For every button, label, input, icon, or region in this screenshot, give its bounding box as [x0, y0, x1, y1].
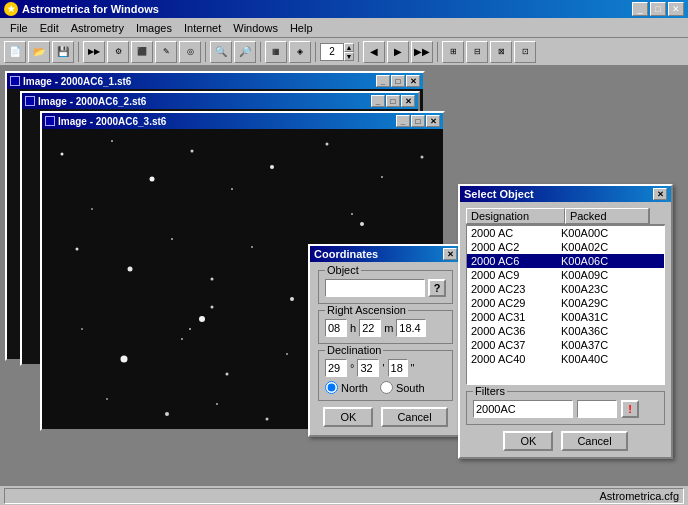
- list-item[interactable]: 2000 AC29K00A29C: [467, 296, 664, 310]
- menu-images[interactable]: Images: [130, 20, 178, 36]
- img-close-3[interactable]: ✕: [426, 115, 440, 127]
- list-item[interactable]: 2000 AC37K00A37C: [467, 338, 664, 352]
- north-radio[interactable]: [325, 381, 338, 394]
- south-label: South: [396, 382, 425, 394]
- list-header: Designation Packed: [466, 208, 665, 225]
- img-close-1[interactable]: ✕: [406, 75, 420, 87]
- south-radio-label[interactable]: South: [380, 381, 425, 394]
- select-btn-row: OK Cancel: [466, 431, 665, 451]
- img-title-1: Image - 2000AC6_1.st6: [23, 76, 131, 87]
- list-item[interactable]: 2000 ACK00A00C: [467, 226, 664, 240]
- img-close-2[interactable]: ✕: [401, 95, 415, 107]
- list-item[interactable]: 2000 AC6K00A06C: [467, 254, 664, 268]
- tb-btn5[interactable]: ✎: [155, 41, 177, 63]
- select-dialog-title: Select Object ✕: [460, 186, 671, 202]
- list-item[interactable]: 2000 AC2K00A02C: [467, 240, 664, 254]
- filter-input[interactable]: [473, 400, 573, 418]
- col-designation: Designation: [466, 208, 565, 224]
- menu-edit[interactable]: Edit: [34, 20, 65, 36]
- coords-ok-button[interactable]: OK: [323, 407, 373, 427]
- img-max-1[interactable]: □: [391, 75, 405, 87]
- tb-next[interactable]: ▶▶: [411, 41, 433, 63]
- svg-point-88: [189, 328, 191, 330]
- img-title-2: Image - 2000AC6_2.st6: [38, 96, 146, 107]
- ra-seconds-input[interactable]: [396, 319, 426, 337]
- tb-btn8[interactable]: ◈: [289, 41, 311, 63]
- tb-btn6[interactable]: ◎: [179, 41, 201, 63]
- col-packed: Packed: [565, 208, 649, 224]
- help-button[interactable]: ?: [428, 279, 446, 297]
- svg-point-60: [381, 176, 383, 178]
- img-title-bar-2[interactable]: Image - 2000AC6_2.st6 _ □ ✕: [22, 93, 418, 109]
- warning-button[interactable]: !: [621, 400, 639, 418]
- dec-minutes-input[interactable]: [357, 359, 379, 377]
- list-item[interactable]: 2000 AC40K00A40C: [467, 352, 664, 366]
- select-cancel-button[interactable]: Cancel: [561, 431, 627, 451]
- south-radio[interactable]: [380, 381, 393, 394]
- menu-internet[interactable]: Internet: [178, 20, 227, 36]
- tb-play[interactable]: ▶: [387, 41, 409, 63]
- spinner-down[interactable]: ▼: [344, 52, 354, 61]
- img-icon-2: [25, 96, 35, 106]
- tb-separator-4: [315, 42, 316, 62]
- img-max-2[interactable]: □: [386, 95, 400, 107]
- tb-analyze[interactable]: ⊞: [442, 41, 464, 63]
- menu-help[interactable]: Help: [284, 20, 319, 36]
- img-icon-3: [45, 116, 55, 126]
- maximize-button[interactable]: □: [650, 2, 666, 16]
- img-title-bar-1[interactable]: Image - 2000AC6_1.st6 _ □ ✕: [7, 73, 423, 89]
- coords-cancel-button[interactable]: Cancel: [381, 407, 447, 427]
- filters-group: Filters !: [466, 391, 665, 425]
- dec-legend: Declination: [325, 344, 383, 356]
- tb-zoom-in[interactable]: 🔍: [210, 41, 232, 63]
- tb-btn7[interactable]: ▦: [265, 41, 287, 63]
- svg-point-57: [231, 188, 233, 190]
- tb-btn3[interactable]: ⚙: [107, 41, 129, 63]
- img-min-3[interactable]: _: [396, 115, 410, 127]
- minimize-button[interactable]: _: [632, 2, 648, 16]
- list-item[interactable]: 2000 AC31K00A31C: [467, 310, 664, 324]
- menu-astrometry[interactable]: Astrometry: [65, 20, 130, 36]
- tb-separator-5: [358, 42, 359, 62]
- tb-save-button[interactable]: 💾: [52, 41, 74, 63]
- filter-input2[interactable]: [577, 400, 617, 418]
- tb-btn4[interactable]: ⬛: [131, 41, 153, 63]
- tb-btn2[interactable]: ▶▶: [83, 41, 105, 63]
- svg-point-55: [91, 208, 93, 210]
- img-max-3[interactable]: □: [411, 115, 425, 127]
- dec-seconds-input[interactable]: [388, 359, 408, 377]
- tb-zoom-out[interactable]: 🔎: [234, 41, 256, 63]
- filters-legend: Filters: [473, 385, 507, 397]
- list-item[interactable]: 2000 AC23K00A23C: [467, 282, 664, 296]
- close-button[interactable]: ✕: [668, 2, 684, 16]
- svg-point-86: [199, 316, 205, 322]
- tb-prev[interactable]: ◀: [363, 41, 385, 63]
- list-item[interactable]: 2000 AC36K00A36C: [467, 324, 664, 338]
- tb-new-button[interactable]: 📄: [4, 41, 26, 63]
- menu-file[interactable]: File: [4, 20, 34, 36]
- spinner-input[interactable]: [320, 43, 344, 61]
- svg-point-74: [226, 373, 229, 376]
- select-ok-button[interactable]: OK: [503, 431, 553, 451]
- spinner-up[interactable]: ▲: [344, 43, 354, 52]
- img-title-bar-3[interactable]: Image - 2000AC6_3.st6 _ □ ✕: [42, 113, 443, 129]
- img-min-2[interactable]: _: [371, 95, 385, 107]
- tb-extra[interactable]: ⊡: [514, 41, 536, 63]
- tb-separator-1: [78, 42, 79, 62]
- select-close-btn[interactable]: ✕: [653, 188, 667, 200]
- object-list[interactable]: 2000 ACK00A00C2000 AC2K00A02C2000 AC6K00…: [466, 225, 665, 385]
- dec-degrees-input[interactable]: [325, 359, 347, 377]
- ra-hours-input[interactable]: [325, 319, 347, 337]
- north-radio-label[interactable]: North: [325, 381, 368, 394]
- svg-point-63: [128, 267, 133, 272]
- coordinates-close-btn[interactable]: ✕: [443, 248, 457, 260]
- ra-minutes-input[interactable]: [359, 319, 381, 337]
- object-input[interactable]: [325, 279, 425, 297]
- list-item[interactable]: 2000 AC9K00A09C: [467, 268, 664, 282]
- menu-windows[interactable]: Windows: [227, 20, 284, 36]
- img-min-1[interactable]: _: [376, 75, 390, 87]
- select-title-text: Select Object: [464, 188, 534, 200]
- tb-report[interactable]: ⊟: [466, 41, 488, 63]
- tb-settings[interactable]: ⊠: [490, 41, 512, 63]
- tb-open-button[interactable]: 📂: [28, 41, 50, 63]
